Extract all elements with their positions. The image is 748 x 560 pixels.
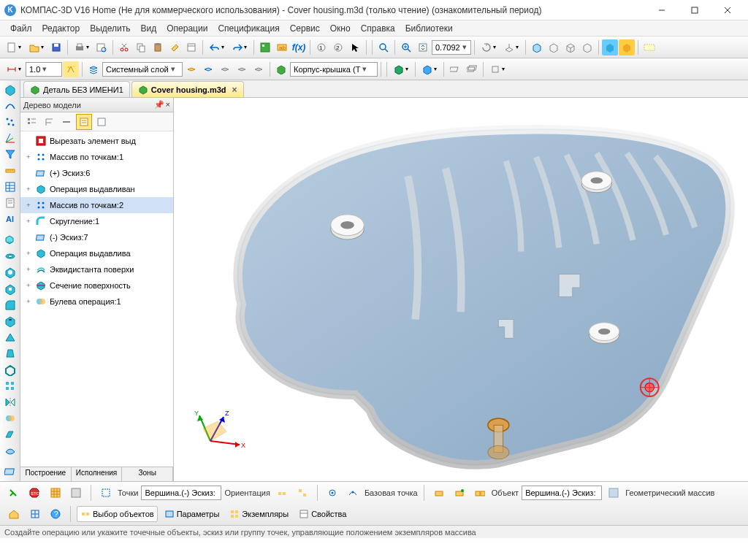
vars-button[interactable]: ab (274, 39, 290, 55)
tool-revolve[interactable] (2, 249, 18, 264)
tool-pattern[interactable] (2, 378, 18, 394)
paste-button[interactable] (150, 39, 166, 55)
save-button[interactable] (48, 39, 64, 55)
lineweight-dropdown[interactable]: 1.0▾ (26, 62, 62, 77)
part-button[interactable] (273, 61, 289, 77)
maximize-button[interactable] (678, 0, 711, 20)
tab-instances[interactable]: Экземпляры (226, 506, 292, 522)
view-box2-button[interactable] (562, 39, 579, 55)
tool-cut-revolve[interactable] (2, 281, 18, 296)
frame-button[interactable] (26, 506, 44, 522)
print-button[interactable]: ▾ (71, 39, 93, 55)
view-box3-button[interactable] (579, 39, 595, 55)
menu-view[interactable]: Вид (137, 22, 161, 35)
close-tab-icon[interactable]: × (232, 85, 237, 95)
tree-view4[interactable] (76, 114, 92, 130)
selection-mode[interactable] (97, 485, 115, 501)
menu-service[interactable]: Сервис (286, 22, 324, 35)
part-dropdown[interactable]: Корпус-крышка (Т▾ (290, 62, 378, 77)
tab-cover-housing[interactable]: Cover housing.m3d × (131, 81, 244, 97)
view-iso-button[interactable] (529, 39, 545, 55)
redo-button[interactable]: ▾ (229, 39, 251, 55)
tool-solid[interactable] (2, 82, 18, 97)
copy-button[interactable] (133, 39, 149, 55)
format-painter-button[interactable] (167, 39, 183, 55)
tree-view3[interactable] (58, 114, 75, 130)
tool-hole[interactable] (2, 313, 18, 329)
tool-extrude[interactable] (2, 232, 18, 248)
grid-button[interactable] (47, 485, 64, 501)
render2-button[interactable]: ▾ (419, 61, 440, 77)
preview-button[interactable] (94, 39, 110, 55)
vertex-field1[interactable]: Вершина.(-) Эскиз: (141, 486, 221, 500)
geo-swatch[interactable] (605, 485, 622, 501)
menu-file[interactable]: Файл (6, 22, 37, 35)
obj3-button[interactable] (471, 485, 489, 501)
render1-button[interactable]: ▾ (390, 61, 412, 77)
tree-tab-zones[interactable]: Зоны (122, 467, 173, 481)
tree-view2[interactable] (41, 114, 57, 130)
tool-surface[interactable] (2, 443, 18, 459)
tab-select-objects[interactable]: Выбор объектов (77, 506, 158, 522)
tool-sheet[interactable] (2, 427, 18, 442)
tab-properties[interactable]: Свойства (295, 506, 350, 522)
layers-button[interactable] (85, 61, 102, 77)
tree-item-pattern1[interactable]: +Массив по точкам:1 (20, 149, 173, 165)
tree-tab-build[interactable]: Построение (20, 467, 72, 481)
zoom-window-button[interactable] (375, 39, 392, 55)
dimension-tool[interactable]: ▾ (3, 61, 25, 77)
shade1-button[interactable] (602, 39, 618, 55)
tree-item-fillet1[interactable]: +Скругление:1 (20, 213, 173, 229)
measure1-button[interactable]: 1 (313, 39, 329, 55)
tool-curve[interactable] (2, 98, 18, 113)
tree-item-sketch6[interactable]: (+) Эскиз:6 (20, 165, 173, 181)
pin-icon[interactable]: 📌 (154, 100, 164, 110)
close-button[interactable] (711, 0, 744, 20)
planes1-button[interactable] (447, 61, 463, 77)
help-button[interactable]: ? (47, 506, 64, 522)
layer-icon3[interactable] (217, 61, 233, 77)
menu-help[interactable]: Справка (356, 22, 400, 35)
layer-icon1[interactable] (183, 61, 199, 77)
fx-button[interactable]: f(x) (291, 39, 307, 55)
tool-axis[interactable] (2, 131, 18, 146)
tree-view1[interactable] (23, 114, 39, 130)
tree-tab-variants[interactable]: Исполнения (72, 467, 123, 481)
tool-al[interactable]: Al (2, 212, 18, 227)
rotate-button[interactable]: ▾ (478, 39, 500, 55)
menu-libraries[interactable]: Библиотеки (401, 22, 457, 35)
zoom-fit-button[interactable] (415, 39, 431, 55)
layer-icon2[interactable] (200, 61, 216, 77)
cursor-button[interactable] (347, 39, 363, 55)
layer-icon4[interactable] (234, 61, 250, 77)
obj1-button[interactable] (430, 485, 448, 501)
basepoint2-button[interactable] (344, 485, 362, 501)
open-button[interactable]: ▾ (26, 39, 47, 55)
section-view-button[interactable] (641, 39, 657, 55)
tool-mirror[interactable] (2, 394, 18, 410)
tool-cut-extrude[interactable] (2, 265, 18, 280)
undo-button[interactable]: ▾ (206, 39, 228, 55)
home-button[interactable] (4, 506, 23, 522)
tool-measure[interactable] (2, 163, 18, 178)
tree-list[interactable]: Вырезать элемент выд +Массив по точкам:1… (20, 131, 173, 467)
menu-operations[interactable]: Операции (162, 22, 212, 35)
menu-specification[interactable]: Спецификация (213, 22, 283, 35)
tool-boolean[interactable] (2, 411, 18, 426)
tool-report[interactable] (2, 195, 18, 210)
grid-button2[interactable] (67, 485, 85, 501)
vertex-field2[interactable]: Вершина.(-) Эскиз: (522, 486, 602, 500)
stop-button[interactable]: STOP (25, 485, 44, 501)
tree-item-extrude1[interactable]: +Операция выдавливан (20, 181, 173, 197)
orientation-button[interactable]: ▾ (500, 39, 522, 55)
tree-item-boolean[interactable]: +Булева операция:1 (20, 294, 173, 310)
tree-item-extrude2[interactable]: +Операция выдавлива (20, 245, 173, 261)
tool-points[interactable] (2, 114, 18, 129)
tree-view5[interactable] (94, 114, 110, 130)
menu-select[interactable]: Выделить (85, 22, 134, 35)
view-box1-button[interactable] (546, 39, 562, 55)
tree-item-pattern2[interactable]: +Массив по точкам:2 (20, 197, 173, 213)
tool-fillet[interactable] (2, 297, 18, 312)
minimize-button[interactable] (645, 0, 678, 20)
tool-sketch[interactable] (2, 464, 18, 480)
